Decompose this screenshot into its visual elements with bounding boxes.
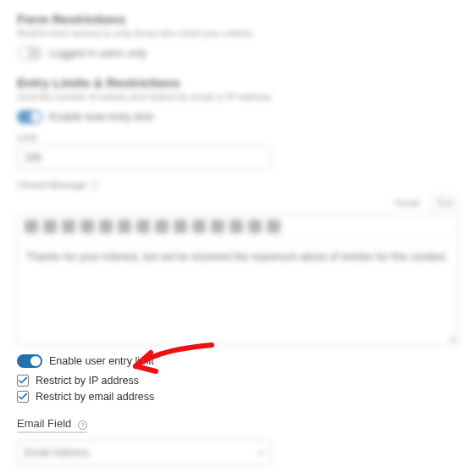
entry-limits-desc: Limit the number of entries and restrict…: [17, 92, 459, 102]
list-icon[interactable]: [118, 220, 131, 233]
form-restrictions-desc: Restrict form access to only those who m…: [17, 28, 459, 38]
underline-icon[interactable]: [62, 220, 75, 233]
restrict-by-email-checkbox[interactable]: [17, 391, 29, 403]
italic-icon[interactable]: [43, 220, 57, 233]
unlink-icon[interactable]: [174, 220, 187, 233]
image-icon[interactable]: [192, 220, 206, 233]
align-icon[interactable]: [99, 220, 113, 233]
editor-toolbar: [18, 214, 458, 239]
bold-icon[interactable]: [25, 220, 38, 233]
enable-user-entry-limit-toggle[interactable]: [17, 354, 42, 368]
restrict-by-email-label: Restrict by email address: [36, 391, 154, 403]
link-icon[interactable]: [155, 220, 169, 233]
enable-total-entry-limit-toggle[interactable]: [17, 110, 42, 124]
limit-input[interactable]: [17, 146, 271, 170]
form-restrictions-heading: Form Restrictions: [17, 12, 459, 26]
restrict-by-ip-label: Restrict by IP address: [36, 375, 139, 387]
logged-in-toggle[interactable]: [17, 47, 42, 60]
tab-visual[interactable]: Visual: [388, 195, 425, 210]
logged-in-label: Logged in users only: [49, 47, 147, 59]
help-icon[interactable]: ?: [90, 181, 99, 190]
email-field-label: Email Field ?: [17, 417, 87, 433]
enable-user-entry-limit-label: Enable user entry limit: [49, 355, 154, 367]
numlist-icon[interactable]: [136, 220, 150, 233]
restrict-by-ip-checkbox[interactable]: [17, 375, 29, 387]
check-icon: [19, 392, 27, 401]
closed-message-body[interactable]: Thanks for your interest, but we've rece…: [18, 239, 458, 332]
resize-handle-icon[interactable]: ◢: [18, 332, 458, 345]
check-icon: [19, 376, 27, 385]
more-icon[interactable]: [267, 220, 280, 233]
tab-text[interactable]: Text: [430, 195, 459, 210]
hr-icon[interactable]: [211, 220, 224, 233]
entry-limits-heading: Entry Limits & Restrictions: [17, 75, 459, 90]
closed-message-label: Closed Message ?: [17, 180, 459, 190]
enable-total-entry-limit-label: Enable total entry limit: [49, 111, 153, 123]
email-field-select[interactable]: Email Address ▾: [17, 440, 271, 465]
email-field-select-value: Email Address: [25, 447, 90, 459]
closed-message-editor: Thanks for your interest, but we've rece…: [17, 214, 459, 346]
redo-icon[interactable]: [248, 220, 262, 233]
chevron-down-icon: ▾: [259, 448, 263, 458]
limit-label: Limit: [17, 132, 459, 142]
blockquote-icon[interactable]: [80, 220, 94, 233]
help-icon[interactable]: ?: [78, 420, 87, 430]
undo-icon[interactable]: [230, 220, 243, 233]
